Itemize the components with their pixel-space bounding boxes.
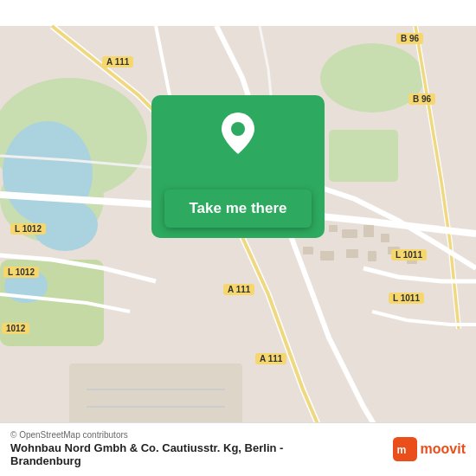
road-label-l1012-2: L 1012 xyxy=(3,267,39,278)
road-label-a111-1: A 111 xyxy=(102,56,133,68)
take-me-there-button[interactable]: Take me there xyxy=(164,190,311,228)
location-info: © OpenStreetMap contributors Wohnbau Nor… xyxy=(10,430,283,467)
road-label-a111-3: A 111 xyxy=(255,353,286,364)
svg-rect-17 xyxy=(320,251,334,261)
svg-point-23 xyxy=(231,122,245,136)
location-name: Wohnbau Nord Gmbh & Co. Cautiusstr. Kg, … xyxy=(10,441,283,467)
moovit-logo-icon: m xyxy=(393,437,417,461)
bottom-bar: © OpenStreetMap contributors Wohnbau Nor… xyxy=(0,422,476,476)
copyright-text: © OpenStreetMap contributors xyxy=(10,430,283,440)
map-container: A 111 A 111 A 111 B 96 B 96 L 1012 L 101… xyxy=(0,0,476,476)
svg-rect-14 xyxy=(363,225,374,237)
moovit-text: moovit xyxy=(421,441,466,457)
location-card: Take me there xyxy=(151,95,325,238)
location-name-text2: Brandenburg xyxy=(10,454,81,467)
location-name-text: Wohnbau Nord Gmbh & Co. Cautiusstr. Kg, … xyxy=(10,441,283,454)
svg-rect-12 xyxy=(329,225,338,232)
road-label-a111-2: A 111 xyxy=(223,284,254,295)
location-pin-icon xyxy=(222,113,254,158)
svg-rect-16 xyxy=(303,247,313,254)
road-label-1012: 1012 xyxy=(2,323,29,334)
svg-text:m: m xyxy=(396,444,406,456)
road-label-l1011-1: L 1011 xyxy=(391,249,427,261)
svg-rect-18 xyxy=(346,249,358,258)
svg-rect-15 xyxy=(381,234,389,242)
svg-rect-5 xyxy=(329,130,398,182)
road-label-l1012-1: L 1012 xyxy=(10,223,46,235)
svg-rect-19 xyxy=(368,251,376,261)
road-label-b96-2: B 96 xyxy=(408,93,435,105)
road-label-l1011-2: L 1011 xyxy=(389,293,424,304)
moovit-logo: m moovit xyxy=(393,437,466,461)
road-label-b96-1: B 96 xyxy=(396,33,423,44)
map-background xyxy=(0,0,476,476)
svg-rect-13 xyxy=(342,229,357,238)
